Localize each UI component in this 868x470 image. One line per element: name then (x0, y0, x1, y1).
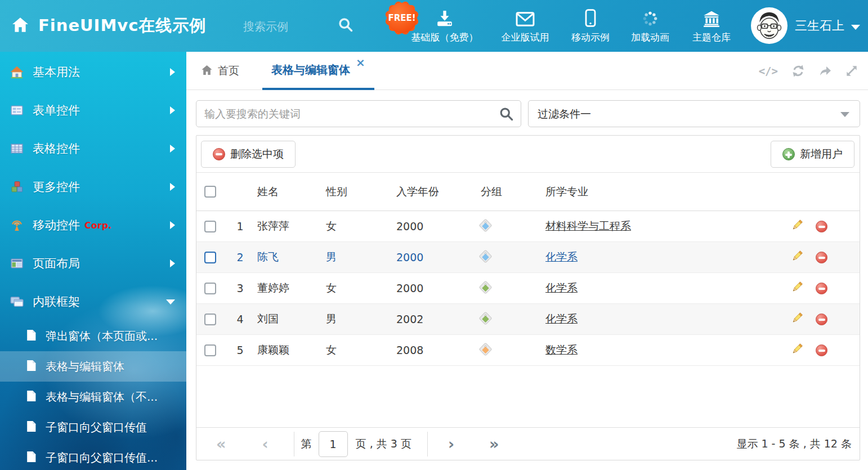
table-row[interactable]: 3 董婷婷 女 2000 化学系 (196, 273, 860, 304)
major-link[interactable]: 化学系 (545, 312, 578, 325)
cell-year: 2008 (389, 344, 473, 356)
row-number: 4 (230, 313, 250, 325)
keyword-search-input[interactable] (204, 101, 497, 127)
frames-icon (10, 296, 24, 308)
delete-icon[interactable] (816, 314, 827, 325)
major-link[interactable]: 材料科学与工程系 (545, 220, 631, 232)
sidebar-item-label: 内联框架 (33, 294, 80, 310)
sidebar-item-form-controls[interactable]: 表单控件 (0, 91, 186, 129)
header-search-input[interactable]: 搜索示例 (243, 19, 288, 34)
row-checkbox[interactable] (204, 252, 216, 263)
delete-selected-button[interactable]: 删除选中项 (201, 141, 296, 168)
nav-basic-download[interactable]: 基础版（免费） (400, 9, 490, 44)
layout-icon (10, 257, 24, 270)
table-row[interactable]: 1 张萍萍 女 2000 材料科学与工程系 (196, 211, 860, 242)
cell-name: 董婷婷 (250, 281, 319, 296)
delete-icon[interactable] (816, 221, 827, 232)
row-checkbox[interactable] (204, 344, 216, 356)
delete-icon[interactable] (816, 344, 827, 356)
sidebar-subitem-child-to-parent-2[interactable]: 子窗口向父窗口传值... (0, 442, 186, 470)
row-number: 5 (230, 344, 250, 356)
table-row[interactable]: 4 刘国 男 2002 化学系 (196, 304, 860, 335)
cell-name: 陈飞 (250, 250, 319, 265)
delete-icon[interactable] (816, 252, 827, 263)
sidebar-subitem-grid-edit-window[interactable]: 表格与编辑窗体 (0, 351, 186, 382)
chevron-right-icon (170, 145, 175, 153)
search-icon[interactable] (499, 106, 514, 124)
chevron-right-icon (170, 106, 175, 114)
edit-icon[interactable] (791, 219, 803, 234)
chevron-down-icon (840, 112, 849, 117)
app-title: FineUIMvc在线示例 (38, 15, 206, 37)
delete-icon[interactable] (816, 283, 827, 294)
user-menu[interactable]: 三生石上 (795, 0, 860, 52)
share-icon[interactable] (818, 64, 832, 78)
header-search-icon[interactable] (338, 17, 354, 35)
table-row-selected[interactable]: 2 陈飞 男 2000 化学系 (196, 242, 860, 273)
page-number-input[interactable] (319, 431, 348, 457)
cell-year: 2000 (389, 282, 473, 294)
nav-label: 基础版（免费） (411, 31, 478, 44)
sidebar-item-more-controls[interactable]: 更多控件 (0, 168, 186, 206)
minus-circle-icon (213, 148, 225, 160)
next-page-button[interactable]: › (448, 436, 454, 451)
cell-name: 张萍萍 (250, 219, 319, 234)
nav-theme-repo[interactable]: 主题仓库 (666, 9, 757, 44)
edit-icon[interactable] (791, 343, 803, 357)
cubes-icon (10, 181, 24, 193)
tab-tools: </> (759, 52, 858, 90)
sidebar-item-iframe[interactable]: 内联框架 (0, 283, 186, 321)
row-checkbox[interactable] (204, 314, 216, 325)
tag-icon (478, 280, 492, 294)
edit-icon[interactable] (791, 250, 803, 265)
document-icon (26, 420, 37, 435)
home-icon[interactable] (11, 16, 29, 36)
row-checkbox[interactable] (204, 221, 216, 232)
major-link[interactable]: 数学系 (545, 343, 578, 356)
filter-dropdown[interactable]: 过滤条件一 (528, 100, 860, 127)
sidebar-subitem-popup-window[interactable]: 弹出窗体（本页面或... (0, 321, 186, 351)
edit-icon[interactable] (791, 312, 803, 326)
user-avatar[interactable] (751, 7, 788, 44)
tab-home[interactable]: 首页 (201, 52, 239, 90)
top-header: FineUIMvc在线示例 搜索示例 FREE! 基础版（免费） 企业版试用 移… (0, 0, 868, 52)
chevron-down-icon (851, 25, 860, 30)
row-checkbox[interactable] (204, 283, 216, 294)
tab-close-icon[interactable]: × (356, 57, 365, 68)
sidebar: 基本用法 表单控件 表格控件 更多控件 移动控件 Corp. 页面布局 (0, 52, 186, 470)
sidebar-subitem-label: 弹出窗体（本页面或... (46, 329, 158, 344)
cell-name: 康颖颖 (250, 343, 319, 357)
sidebar-subitem-label: 子窗口向父窗口传值 (46, 420, 147, 435)
table-row[interactable]: 5 康颖颖 女 2008 数学系 (196, 335, 860, 366)
nav-label: 企业版试用 (502, 31, 549, 44)
expand-icon[interactable] (845, 65, 858, 77)
chevron-right-icon (170, 68, 175, 76)
refresh-icon[interactable] (791, 64, 805, 78)
antenna-icon (10, 219, 24, 231)
major-link[interactable]: 化学系 (545, 281, 578, 294)
sidebar-subitem-child-to-parent[interactable]: 子窗口向父窗口传值 (0, 412, 186, 442)
corp-badge: Corp. (84, 220, 111, 231)
sidebar-item-label: 表格控件 (33, 141, 80, 156)
tag-icon (478, 311, 492, 325)
view-source-icon[interactable]: </> (759, 65, 778, 77)
major-link[interactable]: 化学系 (545, 250, 578, 263)
edit-icon[interactable] (791, 281, 803, 296)
tab-grid-edit-window[interactable]: 表格与编辑窗体 × (262, 52, 374, 90)
sidebar-item-basic-usage[interactable]: 基本用法 (0, 53, 186, 91)
cell-name: 刘国 (250, 312, 319, 326)
last-page-button[interactable]: » (489, 436, 498, 451)
select-all-checkbox[interactable] (204, 186, 216, 198)
column-header-major: 所学专业 (538, 185, 786, 199)
sidebar-item-mobile-controls[interactable]: 移动控件 Corp. (0, 206, 186, 244)
sidebar-item-page-layout[interactable]: 页面布局 (0, 244, 186, 283)
mobile-icon (585, 9, 596, 27)
prev-page-button[interactable]: ‹ (262, 436, 268, 451)
add-user-button[interactable]: 新增用户 (771, 141, 854, 168)
table-header-row: 姓名 性别 入学年份 分组 所学专业 (196, 173, 860, 211)
house-icon (10, 65, 24, 79)
users-grid-panel: 删除选中项 新增用户 姓名 性别 入学年份 分组 所学专业 1 张萍萍 女 20… (196, 135, 860, 460)
first-page-button[interactable]: « (216, 436, 226, 451)
sidebar-item-grid-controls[interactable]: 表格控件 (0, 129, 186, 168)
sidebar-subitem-grid-edit-window-2[interactable]: 表格与编辑窗体（不... (0, 382, 186, 412)
